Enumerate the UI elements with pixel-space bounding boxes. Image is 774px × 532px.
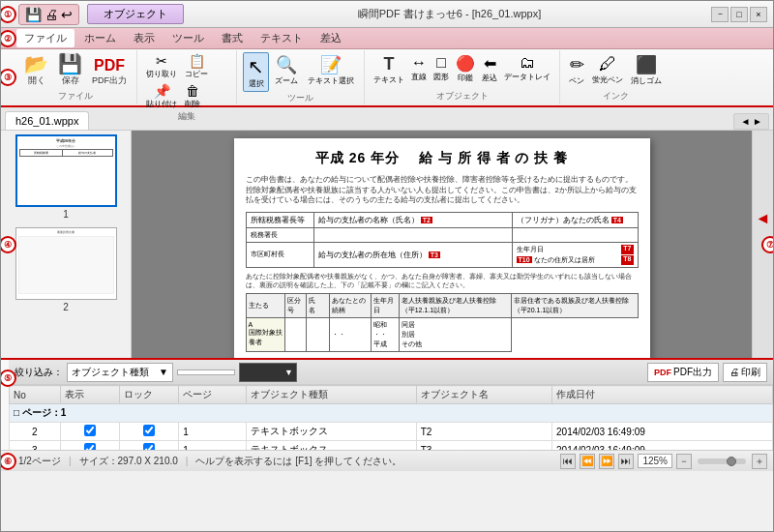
zoom-out-button[interactable]: － — [676, 454, 692, 469]
filter-color-box[interactable]: ▼ — [239, 363, 297, 382]
lock-checkbox-row0[interactable] — [143, 425, 155, 436]
line-tool-button[interactable]: ↔ 直線 — [408, 52, 430, 87]
menu-item-home[interactable]: ホーム — [76, 29, 124, 47]
quick-access-toolbar[interactable]: 💾 🖨 ↩ — [18, 4, 79, 25]
menu-item-text[interactable]: テキスト — [253, 29, 311, 47]
delete-button[interactable]: 🗑 削除 — [182, 82, 203, 110]
datatray-tool-button[interactable]: 🗂 データトレイ — [501, 52, 553, 87]
toolbar-group-ink: ✏ ペン 🖊 蛍光ペン ⬛ 消しゴム インク — [560, 50, 670, 104]
zoom-control: ⏮ ⏪ ⏩ ⏭ 125% － ＋ — [560, 454, 767, 469]
status-bar: ⑥ 1/2ページ | サイズ：297.0 X 210.0 | ヘルプを表示するに… — [1, 450, 773, 471]
save-button[interactable]: 💾 保存 — [54, 52, 86, 89]
window-controls[interactable]: － □ × — [711, 7, 767, 22]
cut-button[interactable]: ✂ 切り取り — [143, 52, 180, 80]
object-panel-toolbar: 絞り込み： オブジェクト種類 ▼ ▼ PDF PDF出力 🖨 印刷 — [9, 360, 773, 385]
menu-item-format[interactable]: 書式 — [214, 29, 251, 47]
zoom-slider[interactable] — [698, 458, 746, 464]
show-checkbox-row0[interactable] — [84, 425, 96, 436]
filter-name-input[interactable] — [177, 369, 235, 375]
zoom-in-button[interactable]: ＋ — [752, 454, 767, 469]
menu-item-merge[interactable]: 差込 — [313, 29, 349, 47]
thumb-item-1[interactable]: 平成26年分 この申告書は... 所轄税務署給与の支払者 1 — [5, 134, 127, 220]
object-table-container: No 表示 ロック ページ オブジェクト種類 オブジェクト名 作成日付 □ ペー… — [9, 385, 773, 451]
zoom-button[interactable]: 🔍 ズーム — [271, 52, 302, 92]
toolbar: ③ 📂 開く 💾 保存 PDF PDF出力 ファイル — [1, 49, 773, 107]
text-select-button[interactable]: 📝 テキスト選択 — [304, 52, 358, 92]
open-button[interactable]: 📂 開く — [20, 52, 52, 89]
status-hint: ヘルプを表示するには [F1] を押してください。 — [195, 455, 402, 468]
tab-area: h26_01.wppx ◄ ► — [1, 107, 773, 131]
object-table: No 表示 ロック ページ オブジェクト種類 オブジェクト名 作成日付 □ ペー… — [9, 385, 773, 451]
filter-label: 絞り込み： — [15, 366, 63, 379]
toolbar-group-edit: ✂ 切り取り 📋 コピー 📌 貼り付け 🗑 削除 編集 — [137, 50, 237, 104]
document-section-text: あなたに控除対象配偶者や扶養親族がなく、かつ、あなた自身が障害者、寡婦、寡夫又は… — [246, 272, 639, 289]
document-page: 平成 26 年分 給 与 所 得 者 の 扶 養 この申告書は、あなたの給与につ… — [234, 138, 650, 358]
toolbar-group-file: 📂 開く 💾 保存 PDF PDF出力 ファイル — [15, 50, 137, 104]
zoom-value: 125% — [638, 454, 672, 468]
right-panel: ⑦ ◄ — [752, 131, 773, 358]
main-area: ④ 平成26年分 この申告書は... 所轄税務署給与の支払者 1 — [1, 131, 773, 358]
merge-tool-button[interactable]: ⬅ 差込 — [479, 52, 500, 87]
object-button[interactable]: オブジェクト — [87, 4, 184, 24]
document-main-table: 所轄税務署長等 給与の支払者の名称（氏名） T2 （フリガナ）あなたの氏名 T4… — [246, 212, 639, 268]
menu-item-view[interactable]: 表示 — [126, 29, 163, 47]
tag-t8: T8 — [621, 255, 633, 265]
right-panel-arrow: ◄ — [756, 210, 771, 227]
status-size: サイズ：297.0 X 210.0 — [79, 455, 178, 468]
tag-t7: T7 — [621, 245, 633, 254]
print-action-button[interactable]: 🖨 印刷 — [723, 363, 767, 382]
nav-last-button[interactable]: ⏭ — [618, 454, 634, 469]
highlighter-button[interactable]: 🖊 蛍光ペン — [589, 52, 626, 88]
maximize-button[interactable]: □ — [730, 7, 748, 22]
stamp-tool-button[interactable]: 🔴 印鑑 — [453, 52, 478, 87]
copy-button[interactable]: 📋 コピー — [182, 52, 211, 80]
select-button[interactable]: ↖ 選択 — [243, 52, 269, 92]
print-icon[interactable]: 🖨 — [45, 7, 58, 22]
tag-t3: T3 — [429, 251, 440, 258]
app-title: 瞬間PDF 書けまっせ6 - [h26_01.wppx] — [188, 7, 711, 21]
toolbar-group-tools: ↖ 選択 🔍 ズーム 📝 テキスト選択 ツール — [237, 50, 365, 104]
thumb-item-2[interactable]: 裏面説明文書 2 — [5, 227, 127, 312]
document-description: この申告書は、あなたの給与について配偶者控除や扶養控除、障害者控除等を受けるため… — [246, 175, 639, 206]
table-row[interactable]: 2 1 テキストボックス T2 2014/02/03 16:49:09 — [10, 423, 773, 441]
nav-next-button[interactable]: ⏩ — [599, 454, 614, 469]
undo-icon[interactable]: ↩ — [61, 7, 73, 22]
filter-type-dropdown[interactable]: オブジェクト種類 ▼ — [67, 363, 173, 382]
object-panel: ⑤ 絞り込み： オブジェクト種類 ▼ ▼ PDF PDF出力 🖨 — [1, 358, 773, 450]
save-icon[interactable]: 💾 — [25, 7, 42, 22]
pdf-output-button[interactable]: PDF PDF出力 — [88, 56, 131, 89]
paste-button[interactable]: 📌 貼り付け — [143, 82, 180, 110]
tag-t2: T2 — [421, 217, 432, 223]
tag-t10: T10 — [517, 256, 532, 263]
nav-first-button[interactable]: ⏮ — [560, 454, 576, 469]
doc-tab[interactable]: h26_01.wppx — [5, 111, 89, 130]
close-button[interactable]: × — [750, 7, 767, 22]
document-title: 平成 26 年分 給 与 所 得 者 の 扶 養 — [246, 150, 639, 167]
page-header-row: □ ページ：1 — [10, 404, 773, 423]
thumbnail-panel: 平成26年分 この申告書は... 所轄税務署給与の支払者 1 裏面説明文書 — [1, 131, 132, 358]
toolbar-group-object: T テキスト ↔ 直線 □ 図形 🔴 印鑑 ⬅ 差込 — [365, 50, 560, 104]
text-tool-button[interactable]: T テキスト — [371, 52, 407, 87]
panel-toggle[interactable]: ◄ ► — [733, 113, 769, 130]
minimize-button[interactable]: － — [711, 7, 729, 22]
pen-button[interactable]: ✏ ペン — [566, 52, 587, 88]
tag-t4: T4 — [611, 217, 623, 223]
action-buttons: PDF PDF出力 🖨 印刷 — [647, 363, 767, 382]
document-canvas[interactable]: 平成 26 年分 給 与 所 得 者 の 扶 養 この申告書は、あなたの給与につ… — [132, 131, 752, 358]
pdf-output-action-button[interactable]: PDF PDF出力 — [647, 363, 719, 382]
menu-item-tools[interactable]: ツール — [164, 29, 212, 47]
shape-tool-button[interactable]: □ 図形 — [431, 52, 452, 87]
menu-bar: ② ファイル ホーム 表示 ツール 書式 テキスト 差込 — [1, 28, 773, 49]
status-separator-1: | — [69, 456, 72, 466]
document-inner-table: 主たる 区分号 氏 名 あなたとの続柄 生年月日 老人扶養親族及び老人扶養控除（… — [246, 293, 639, 352]
status-separator-2: | — [186, 456, 189, 466]
eraser-button[interactable]: ⬛ 消しゴム — [628, 52, 665, 88]
status-page: 1/2ページ — [18, 455, 61, 468]
title-bar: ① 💾 🖨 ↩ オブジェクト 瞬間PDF 書けまっせ6 - [h26_01.wp… — [1, 1, 773, 28]
nav-prev-button[interactable]: ⏪ — [580, 454, 595, 469]
menu-item-file[interactable]: ファイル — [16, 29, 74, 47]
